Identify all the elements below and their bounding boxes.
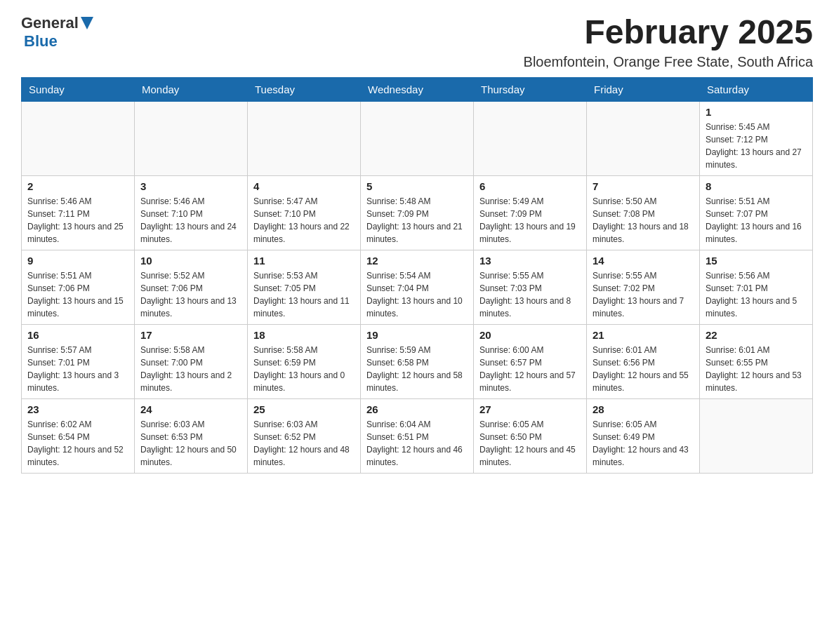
column-header-monday: Monday [135,77,248,101]
day-number: 2 [27,180,128,192]
logo: General Blue [21,14,93,51]
cell-content: 2Sunrise: 5:46 AMSunset: 7:11 PMDaylight… [27,180,128,246]
calendar-cell [474,101,587,175]
day-number: 14 [593,255,694,267]
day-number: 27 [479,403,581,415]
day-info: Sunrise: 5:46 AMSunset: 7:10 PMDaylight:… [140,195,241,246]
day-number: 28 [593,403,694,415]
day-number: 16 [27,329,128,341]
calendar-cell [700,398,813,473]
day-number: 19 [366,329,468,341]
day-info: Sunrise: 6:05 AMSunset: 6:50 PMDaylight:… [479,418,581,469]
calendar-cell: 5Sunrise: 5:48 AMSunset: 7:09 PMDaylight… [361,175,474,250]
calendar-cell: 27Sunrise: 6:05 AMSunset: 6:50 PMDayligh… [474,398,587,473]
cell-content: 15Sunrise: 5:56 AMSunset: 7:01 PMDayligh… [706,255,807,320]
cell-content: 21Sunrise: 6:01 AMSunset: 6:56 PMDayligh… [593,329,694,394]
calendar-week-4: 16Sunrise: 5:57 AMSunset: 7:01 PMDayligh… [22,324,813,398]
day-info: Sunrise: 5:58 AMSunset: 6:59 PMDaylight:… [253,344,355,394]
column-header-sunday: Sunday [22,77,135,101]
day-info: Sunrise: 5:50 AMSunset: 7:08 PMDaylight:… [593,195,694,246]
calendar-cell: 24Sunrise: 6:03 AMSunset: 6:53 PMDayligh… [135,398,248,473]
calendar-cell: 15Sunrise: 5:56 AMSunset: 7:01 PMDayligh… [700,250,813,324]
day-info: Sunrise: 6:03 AMSunset: 6:52 PMDaylight:… [253,418,355,469]
calendar-cell: 16Sunrise: 5:57 AMSunset: 7:01 PMDayligh… [22,324,135,398]
column-header-friday: Friday [587,77,700,101]
day-number: 1 [706,106,807,118]
column-header-saturday: Saturday [700,77,813,101]
day-number: 4 [253,180,355,192]
day-info: Sunrise: 6:03 AMSunset: 6:53 PMDaylight:… [140,418,241,469]
calendar-cell: 18Sunrise: 5:58 AMSunset: 6:59 PMDayligh… [248,324,361,398]
day-number: 12 [366,255,468,267]
calendar-cell: 17Sunrise: 5:58 AMSunset: 7:00 PMDayligh… [135,324,248,398]
day-number: 17 [140,329,241,341]
day-info: Sunrise: 5:51 AMSunset: 7:06 PMDaylight:… [27,269,128,320]
cell-content: 5Sunrise: 5:48 AMSunset: 7:09 PMDaylight… [366,180,468,246]
calendar-cell: 14Sunrise: 5:55 AMSunset: 7:02 PMDayligh… [587,250,700,324]
calendar-cell: 8Sunrise: 5:51 AMSunset: 7:07 PMDaylight… [700,175,813,250]
day-info: Sunrise: 5:56 AMSunset: 7:01 PMDaylight:… [706,269,807,320]
day-number: 21 [593,329,694,341]
calendar-cell: 12Sunrise: 5:54 AMSunset: 7:04 PMDayligh… [361,250,474,324]
cell-content: 3Sunrise: 5:46 AMSunset: 7:10 PMDaylight… [140,180,241,246]
cell-content: 8Sunrise: 5:51 AMSunset: 7:07 PMDaylight… [706,180,807,246]
day-number: 23 [27,403,128,415]
calendar-cell: 11Sunrise: 5:53 AMSunset: 7:05 PMDayligh… [248,250,361,324]
cell-content: 27Sunrise: 6:05 AMSunset: 6:50 PMDayligh… [479,403,581,469]
calendar-cell: 10Sunrise: 5:52 AMSunset: 7:06 PMDayligh… [135,250,248,324]
day-number: 5 [366,180,468,192]
month-title: February 2025 [524,14,813,51]
calendar-header-row: SundayMondayTuesdayWednesdayThursdayFrid… [22,77,813,101]
calendar-cell: 22Sunrise: 6:01 AMSunset: 6:55 PMDayligh… [700,324,813,398]
calendar-cell [135,101,248,175]
column-header-wednesday: Wednesday [361,77,474,101]
day-number: 13 [479,255,581,267]
cell-content: 16Sunrise: 5:57 AMSunset: 7:01 PMDayligh… [27,329,128,394]
cell-content: 23Sunrise: 6:02 AMSunset: 6:54 PMDayligh… [27,403,128,469]
calendar-week-3: 9Sunrise: 5:51 AMSunset: 7:06 PMDaylight… [22,250,813,324]
day-info: Sunrise: 6:01 AMSunset: 6:56 PMDaylight:… [593,344,694,394]
cell-content: 22Sunrise: 6:01 AMSunset: 6:55 PMDayligh… [706,329,807,394]
day-info: Sunrise: 5:55 AMSunset: 7:03 PMDaylight:… [479,269,581,320]
calendar-cell: 3Sunrise: 5:46 AMSunset: 7:10 PMDaylight… [135,175,248,250]
title-area: February 2025 Bloemfontein, Orange Free … [524,14,813,70]
logo-general-text: General [21,14,79,32]
calendar-cell: 28Sunrise: 6:05 AMSunset: 6:49 PMDayligh… [587,398,700,473]
calendar-cell: 26Sunrise: 6:04 AMSunset: 6:51 PMDayligh… [361,398,474,473]
page-header: General Blue February 2025 Bloemfontein,… [21,14,813,70]
calendar-cell: 21Sunrise: 6:01 AMSunset: 6:56 PMDayligh… [587,324,700,398]
svg-marker-0 [81,17,93,29]
calendar-cell: 2Sunrise: 5:46 AMSunset: 7:11 PMDaylight… [22,175,135,250]
cell-content: 13Sunrise: 5:55 AMSunset: 7:03 PMDayligh… [479,255,581,320]
day-info: Sunrise: 5:55 AMSunset: 7:02 PMDaylight:… [593,269,694,320]
day-info: Sunrise: 6:04 AMSunset: 6:51 PMDaylight:… [366,418,468,469]
cell-content: 24Sunrise: 6:03 AMSunset: 6:53 PMDayligh… [140,403,241,469]
cell-content: 19Sunrise: 5:59 AMSunset: 6:58 PMDayligh… [366,329,468,394]
day-info: Sunrise: 5:58 AMSunset: 7:00 PMDaylight:… [140,344,241,394]
cell-content: 17Sunrise: 5:58 AMSunset: 7:00 PMDayligh… [140,329,241,394]
day-number: 26 [366,403,468,415]
day-number: 20 [479,329,581,341]
day-info: Sunrise: 5:45 AMSunset: 7:12 PMDaylight:… [706,121,807,171]
day-info: Sunrise: 5:59 AMSunset: 6:58 PMDaylight:… [366,344,468,394]
cell-content: 26Sunrise: 6:04 AMSunset: 6:51 PMDayligh… [366,403,468,469]
cell-content: 7Sunrise: 5:50 AMSunset: 7:08 PMDaylight… [593,180,694,246]
cell-content: 9Sunrise: 5:51 AMSunset: 7:06 PMDaylight… [27,255,128,320]
day-info: Sunrise: 6:00 AMSunset: 6:57 PMDaylight:… [479,344,581,394]
cell-content: 18Sunrise: 5:58 AMSunset: 6:59 PMDayligh… [253,329,355,394]
day-info: Sunrise: 5:53 AMSunset: 7:05 PMDaylight:… [253,269,355,320]
calendar-cell: 25Sunrise: 6:03 AMSunset: 6:52 PMDayligh… [248,398,361,473]
cell-content: 1Sunrise: 5:45 AMSunset: 7:12 PMDaylight… [706,106,807,171]
day-info: Sunrise: 5:52 AMSunset: 7:06 PMDaylight:… [140,269,241,320]
day-info: Sunrise: 6:02 AMSunset: 6:54 PMDaylight:… [27,418,128,469]
cell-content: 10Sunrise: 5:52 AMSunset: 7:06 PMDayligh… [140,255,241,320]
location-subtitle: Bloemfontein, Orange Free State, South A… [524,54,813,70]
cell-content: 12Sunrise: 5:54 AMSunset: 7:04 PMDayligh… [366,255,468,320]
day-number: 25 [253,403,355,415]
calendar-cell: 7Sunrise: 5:50 AMSunset: 7:08 PMDaylight… [587,175,700,250]
cell-content: 6Sunrise: 5:49 AMSunset: 7:09 PMDaylight… [479,180,581,246]
day-info: Sunrise: 5:48 AMSunset: 7:09 PMDaylight:… [366,195,468,246]
day-info: Sunrise: 5:49 AMSunset: 7:09 PMDaylight:… [479,195,581,246]
day-number: 24 [140,403,241,415]
calendar-week-5: 23Sunrise: 6:02 AMSunset: 6:54 PMDayligh… [22,398,813,473]
